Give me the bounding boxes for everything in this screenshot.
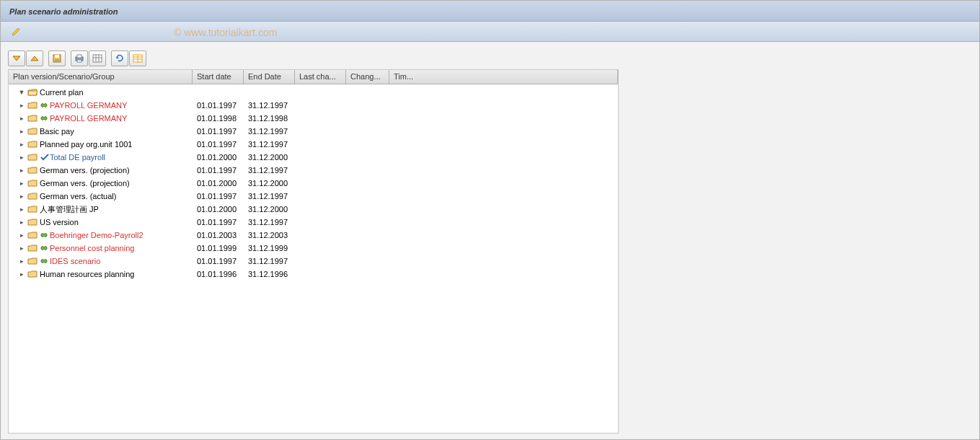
tree-body: ▼ Current plan ▸ PAYROLL GERMANY 01.01.1… — [9, 84, 618, 433]
tree-row[interactable]: ▸ PAYROLL GERMANY 01.01.1997 31.12.1997 — [9, 99, 618, 112]
tree-row[interactable]: ▸ 人事管理計画 JP 01.01.2000 31.12.2000 — [9, 203, 618, 216]
tree-row[interactable]: ▸ Basic pay 01.01.1997 31.12.1997 — [9, 125, 618, 138]
column-header-start[interactable]: Start date — [193, 70, 244, 84]
tree-row-label: German vers. (projection) — [40, 166, 130, 175]
tree-row-end: 31.12.1996 — [244, 270, 295, 278]
tree-row[interactable]: ▸ German vers. (projection) 01.01.2000 3… — [9, 177, 618, 190]
expander-icon[interactable]: ▸ — [17, 206, 26, 213]
tree-row-start: 01.01.1997 — [193, 218, 244, 226]
tree-row-label: German vers. (projection) — [40, 179, 130, 188]
spreadsheet-icon — [133, 54, 143, 63]
tree-row-label: PAYROLL GERMANY — [50, 101, 127, 110]
tree-root-label: Current plan — [40, 88, 84, 97]
link-icon — [40, 114, 50, 123]
tree-row-label: Planned pay org.unit 1001 — [40, 140, 132, 149]
tree-row-start: 01.01.1998 — [193, 114, 244, 123]
tree-row[interactable]: ▸ Planned pay org.unit 1001 01.01.1997 3… — [9, 138, 618, 151]
link-icon — [40, 231, 50, 239]
folder-icon — [27, 140, 37, 149]
layout-icon — [92, 54, 102, 63]
column-header-time[interactable]: Tim... — [389, 70, 618, 84]
svg-rect-6 — [93, 55, 102, 62]
app-toolbar: © www.tutorialkart.com — [1, 22, 979, 42]
folder-icon — [27, 244, 37, 252]
tree-root-row[interactable]: ▼ Current plan — [9, 86, 618, 99]
tree-row-start: 01.01.2000 — [193, 179, 244, 188]
tree-row-end: 31.12.1997 — [244, 140, 295, 149]
expander-icon[interactable]: ▸ — [17, 102, 26, 109]
layout-button[interactable] — [89, 50, 106, 66]
expander-icon[interactable]: ▸ — [17, 167, 26, 174]
column-header-scenario[interactable]: Plan version/Scenario/Group — [9, 70, 193, 84]
tree-row-start: 01.01.1996 — [193, 270, 244, 278]
tree-row-start: 01.01.1999 — [193, 244, 244, 252]
tree-row[interactable]: ▸ German vers. (actual) 01.01.1997 31.12… — [9, 190, 618, 203]
column-header-end[interactable]: End Date — [244, 70, 295, 84]
edit-button[interactable] — [8, 25, 24, 39]
tree-row-end: 31.12.1999 — [244, 244, 295, 252]
tree-row[interactable]: ▸ PAYROLL GERMANY 01.01.1998 31.12.1998 — [9, 112, 618, 125]
print-icon — [74, 54, 84, 63]
collapse-all-button[interactable] — [26, 50, 43, 66]
tree-row[interactable]: ▸ US version 01.01.1997 31.12.1997 — [9, 216, 618, 229]
svg-rect-2 — [55, 59, 59, 61]
content-area: Plan version/Scenario/Group Start date E… — [1, 42, 979, 440]
save-button[interactable] — [48, 50, 66, 66]
print-button[interactable] — [71, 50, 88, 66]
svg-rect-1 — [55, 55, 59, 58]
tree-row-end: 31.12.2003 — [244, 231, 295, 239]
spreadsheet-button[interactable] — [129, 50, 146, 66]
expander-icon[interactable]: ▸ — [17, 141, 26, 148]
folder-icon — [27, 218, 37, 226]
refresh-button[interactable] — [111, 50, 128, 66]
tree-row-end: 31.12.1997 — [244, 218, 295, 226]
expander-icon[interactable]: ▸ — [17, 245, 26, 252]
tree-row-start: 01.01.1997 — [193, 257, 244, 265]
expander-icon[interactable]: ▸ — [17, 128, 26, 135]
expander-icon[interactable]: ▸ — [17, 180, 26, 187]
tree-row-label: Total DE payroll — [50, 153, 105, 162]
tree-toolbar — [8, 49, 972, 69]
tree-row[interactable]: ▸ Total DE payroll 01.01.2000 31.12.2000 — [9, 151, 618, 164]
folder-icon — [27, 179, 37, 188]
expand-all-button[interactable] — [8, 50, 25, 66]
page-title-text: Plan scenario administration — [9, 7, 118, 16]
tree-row-label: US version — [40, 218, 79, 226]
expander-icon[interactable]: ▼ — [17, 89, 26, 96]
expander-icon[interactable]: ▸ — [17, 154, 26, 161]
check-icon — [40, 153, 50, 162]
link-icon — [40, 101, 50, 110]
tree-row-start: 01.01.1997 — [193, 101, 244, 110]
tree-row-end: 31.12.1997 — [244, 127, 295, 136]
folder-icon — [27, 270, 37, 278]
expander-icon[interactable]: ▸ — [17, 115, 26, 122]
tree-row[interactable]: ▸ Boehringer Demo-Payroll2 01.01.2003 31… — [9, 229, 618, 242]
folder-icon — [27, 166, 37, 175]
pencil-icon — [11, 27, 21, 37]
column-header-lastchange[interactable]: Last cha... — [295, 70, 346, 84]
expander-icon[interactable]: ▸ — [17, 270, 26, 278]
link-icon — [40, 257, 50, 265]
expander-icon[interactable]: ▸ — [17, 232, 26, 239]
folder-icon — [27, 257, 37, 265]
tree-header[interactable]: Plan version/Scenario/Group Start date E… — [9, 70, 618, 84]
expander-icon[interactable]: ▸ — [17, 219, 26, 226]
column-header-changed[interactable]: Chang... — [346, 70, 389, 84]
folder-icon — [27, 114, 37, 123]
tree-row-start: 01.01.1997 — [193, 166, 244, 175]
tree-row-start: 01.01.1997 — [193, 140, 244, 149]
tree-row[interactable]: ▸ Human resources planning 01.01.1996 31… — [9, 268, 618, 281]
tree-row[interactable]: ▸ Personnel cost planning 01.01.1999 31.… — [9, 242, 618, 255]
tree-row[interactable]: ▸ German vers. (projection) 01.01.1997 3… — [9, 164, 618, 177]
tree-row-label: 人事管理計画 JP — [40, 204, 99, 215]
expander-icon[interactable]: ▸ — [17, 258, 26, 265]
tree-row-label: German vers. (actual) — [40, 192, 116, 201]
tree-row[interactable]: ▸ IDES scenario 01.01.1997 31.12.1997 — [9, 255, 618, 268]
tree-row-label: Personnel cost planning — [50, 244, 134, 252]
expand-all-icon — [12, 54, 22, 63]
tree-row-label: IDES scenario — [50, 257, 100, 265]
tree-row-end: 31.12.2000 — [244, 205, 295, 214]
tree-row-label: Boehringer Demo-Payroll2 — [50, 231, 144, 239]
expander-icon[interactable]: ▸ — [17, 193, 26, 200]
tree-row-label: PAYROLL GERMANY — [50, 114, 127, 123]
